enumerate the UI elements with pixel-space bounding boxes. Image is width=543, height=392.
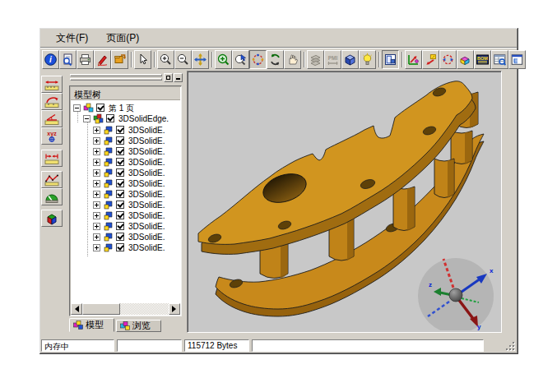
- tab-browse[interactable]: 浏览: [116, 320, 161, 332]
- tree-row-part[interactable]: 3DSolidE.: [71, 168, 180, 178]
- tree-label[interactable]: 3DSolidE.: [128, 125, 165, 136]
- expand-toggle[interactable]: [93, 201, 100, 209]
- move-part-button[interactable]: [422, 50, 439, 69]
- menu-page[interactable]: 页面(P): [99, 30, 146, 47]
- print-button[interactable]: [77, 50, 94, 69]
- tree-row-assembly[interactable]: 3DSolidEdge.: [71, 113, 180, 124]
- tree-row-part[interactable]: 3DSolidE.: [71, 146, 180, 157]
- tree-row-part[interactable]: 3DSolidE.: [71, 157, 180, 168]
- tree-label[interactable]: 3DSolidE.: [128, 157, 165, 168]
- visibility-checkbox[interactable]: [106, 114, 114, 122]
- visibility-checkbox[interactable]: [116, 136, 124, 145]
- export-button[interactable]: [111, 50, 128, 69]
- expand-toggle[interactable]: [93, 180, 100, 187]
- zoom-out-button[interactable]: [174, 50, 192, 69]
- expand-toggle[interactable]: [93, 127, 100, 134]
- tree-row-part[interactable]: 3DSolidE.: [71, 210, 180, 221]
- measure-polyline-button[interactable]: [41, 171, 63, 188]
- tree-label[interactable]: 3DSolidE.: [128, 221, 165, 232]
- tree-label[interactable]: 3DSolidE.: [128, 146, 165, 157]
- scroll-thumb[interactable]: [82, 303, 120, 315]
- expand-toggle[interactable]: [93, 159, 100, 166]
- panel-gripper[interactable]: [70, 74, 162, 83]
- collapse-toggle[interactable]: [83, 115, 90, 122]
- tree-label[interactable]: 3DSolidE.: [128, 168, 165, 178]
- expand-toggle[interactable]: [93, 223, 100, 230]
- tree-row-part[interactable]: 3DSolidE.: [71, 242, 180, 253]
- model-tree[interactable]: 第 1 页 3DSolidEdge. 3DSolidE. 3DSolidE. 3…: [71, 101, 180, 302]
- tree-horizontal-scrollbar[interactable]: [71, 303, 180, 315]
- tree-label[interactable]: 3DSolidE.: [128, 232, 165, 242]
- assembly-axes-button[interactable]: [405, 50, 422, 69]
- view-cube-button[interactable]: [341, 50, 359, 69]
- tree-label[interactable]: 第 1 页: [109, 103, 134, 113]
- tab-model[interactable]: 模型: [69, 318, 114, 332]
- scroll-left-button[interactable]: [71, 303, 82, 315]
- visibility-checkbox[interactable]: [116, 126, 124, 134]
- expand-toggle[interactable]: [93, 169, 100, 177]
- tree-row-part[interactable]: 3DSolidE.: [71, 178, 180, 189]
- measure-distance-button[interactable]: [41, 150, 63, 167]
- structure-tree-button[interactable]: [508, 50, 526, 69]
- lighting-button[interactable]: [359, 50, 376, 69]
- resize-grip[interactable]: [505, 341, 516, 352]
- visibility-checkbox[interactable]: [116, 168, 124, 177]
- visibility-checkbox[interactable]: [116, 179, 124, 187]
- measure-length-button[interactable]: [41, 76, 63, 93]
- zoom-in-button[interactable]: [157, 50, 174, 69]
- expand-toggle[interactable]: [93, 191, 100, 198]
- print-preview-button[interactable]: [59, 50, 77, 69]
- rotate-part-button[interactable]: [439, 50, 457, 69]
- gauge-button[interactable]: [41, 188, 63, 205]
- visibility-checkbox[interactable]: [116, 211, 124, 219]
- measure-radius-button[interactable]: [41, 93, 63, 110]
- load-pages-button[interactable]: [382, 50, 399, 69]
- tree-row-part[interactable]: 3DSolidE.: [71, 136, 180, 146]
- menu-file[interactable]: 文件(F): [49, 30, 95, 47]
- bom-table-button[interactable]: [491, 50, 508, 69]
- expand-toggle[interactable]: [93, 148, 100, 155]
- tree-row-page[interactable]: 第 1 页: [71, 103, 180, 113]
- tree-row-part[interactable]: 3DSolidE.: [71, 189, 180, 200]
- scroll-right-button[interactable]: [169, 303, 180, 315]
- tree-label[interactable]: 3DSolidE.: [128, 242, 165, 253]
- expand-toggle[interactable]: [93, 137, 100, 145]
- layers-button[interactable]: [307, 50, 324, 69]
- bom-button[interactable]: BOM: [474, 50, 491, 69]
- zoom-dynamic-button[interactable]: [232, 50, 249, 69]
- expand-toggle[interactable]: [93, 244, 100, 251]
- point-coordinate-button[interactable]: xyz: [41, 127, 63, 145]
- visibility-checkbox[interactable]: [116, 243, 124, 251]
- expand-toggle[interactable]: [93, 233, 100, 241]
- visibility-checkbox[interactable]: [96, 104, 104, 112]
- visibility-checkbox[interactable]: [116, 233, 124, 241]
- markup-pen-button[interactable]: [94, 50, 111, 69]
- info-button[interactable]: i: [42, 50, 59, 69]
- tree-row-part[interactable]: 3DSolidE.: [71, 200, 180, 210]
- orbit-button[interactable]: [249, 50, 267, 69]
- tree-label[interactable]: 3DSolidE.: [128, 136, 165, 146]
- expand-toggle[interactable]: [93, 212, 100, 219]
- measure-angle-button[interactable]: [41, 110, 63, 127]
- 3d-model-view[interactable]: x y z: [188, 71, 499, 330]
- tree-label[interactable]: 3DSolidE.: [128, 178, 165, 189]
- tree-label[interactable]: 3DSolidE.: [128, 210, 165, 221]
- tree-row-part[interactable]: 3DSolidE.: [71, 125, 180, 136]
- visibility-checkbox[interactable]: [116, 201, 124, 209]
- select-button[interactable]: [134, 50, 151, 69]
- tree-label[interactable]: 3DSolidE.: [128, 200, 165, 210]
- material-cube-button[interactable]: [41, 210, 63, 227]
- visibility-checkbox[interactable]: [116, 222, 124, 230]
- visibility-checkbox[interactable]: [116, 158, 124, 166]
- panel-restore-button[interactable]: [164, 73, 173, 82]
- viewport[interactable]: x y z: [187, 71, 502, 333]
- visibility-checkbox[interactable]: [116, 190, 124, 198]
- tree-row-part[interactable]: 3DSolidE.: [71, 221, 180, 232]
- tree-label[interactable]: 3DSolidE.: [128, 189, 165, 200]
- tree-label[interactable]: 3DSolidEdge.: [118, 113, 169, 124]
- explode-part-button[interactable]: [457, 50, 474, 69]
- visibility-checkbox[interactable]: [116, 147, 124, 155]
- pmi-button[interactable]: PMI: [324, 50, 341, 69]
- pan-button[interactable]: [284, 50, 301, 69]
- tree-row-part[interactable]: 3DSolidE.: [71, 232, 180, 242]
